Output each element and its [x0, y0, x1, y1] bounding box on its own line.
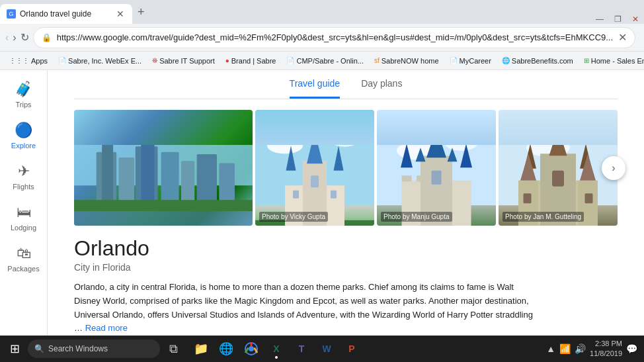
svg-rect-6 — [141, 145, 154, 203]
home-sales-icon: ⊞ — [584, 57, 589, 64]
sabre-it-icon: ❊ — [152, 57, 157, 64]
bookmark-sabre-it[interactable]: ❊ Sabre IT Support — [148, 56, 219, 66]
bookmark-apps-label: Apps — [31, 57, 48, 65]
cmp-icon: 📄 — [286, 57, 294, 64]
svg-rect-3 — [102, 145, 113, 203]
bookmark-mycareer[interactable]: 📄 MyCareer — [446, 56, 495, 66]
taskbar-teams[interactable]: T — [290, 337, 313, 361]
sidebar-explore-label: Explore — [11, 142, 36, 150]
new-tab-button[interactable]: + — [132, 5, 150, 19]
svg-rect-12 — [74, 211, 253, 226]
taskbar-system-tray: ▲ 📶 🔊 2:38 PM 11/8/2019 💬 — [546, 339, 641, 359]
explore-icon: 🔵 — [15, 122, 32, 139]
city-skyline-svg — [74, 145, 253, 226]
taskbar-edge[interactable]: 🌐 — [214, 337, 238, 361]
back-button[interactable]: ‹ — [5, 28, 9, 47]
packages-icon: 🛍 — [17, 245, 31, 262]
taskbar-search-placeholder: Search Windows — [48, 344, 108, 353]
bookmark-brand-sabre[interactable]: ● Brand | Sabre — [221, 56, 280, 66]
bookmark-sabre-benefits[interactable]: 🌐 SabreBenefits.com — [498, 56, 577, 66]
svg-rect-8 — [181, 161, 194, 202]
close-window-button[interactable]: ✕ — [632, 15, 639, 24]
taskbar-powerpoint[interactable]: P — [340, 337, 364, 361]
bookmark-mycareer-label: MyCareer — [460, 57, 491, 65]
task-view-button[interactable]: ⧉ — [161, 337, 185, 361]
taskbar-search-icon: 🔍 — [34, 344, 44, 353]
clock[interactable]: 2:38 PM 11/8/2019 — [590, 339, 622, 359]
svg-rect-54 — [585, 193, 593, 203]
city-subtitle: City in Florida — [74, 262, 618, 273]
address-bar: ‹ › ↻ 🔒 https://www.google.com/travel/gu… — [0, 24, 644, 52]
sidebar-item-flights[interactable]: ✈ Flights — [3, 158, 45, 196]
sabre-webex-icon: 📄 — [58, 57, 66, 64]
mycareer-icon: 📄 — [450, 57, 458, 64]
taskbar-file-explorer[interactable]: 📁 — [189, 337, 213, 361]
volume-icon[interactable]: 🔊 — [575, 343, 586, 354]
notification-icon[interactable]: 💬 — [626, 343, 637, 354]
bookmark-cmp-label: CMP/Sabre - Onlin... — [296, 57, 363, 65]
flights-icon: ✈ — [18, 163, 30, 180]
tab-close-button[interactable]: ✕ — [115, 9, 126, 19]
url-clear-button[interactable]: ✕ — [618, 31, 627, 44]
page-content: Travel guide Day plans — [48, 70, 644, 349]
bookmark-cmp[interactable]: 📄 CMP/Sabre - Onlin... — [282, 56, 367, 66]
city-section: Orlando City in Florida Orlando, a city … — [48, 226, 644, 336]
svg-point-56 — [249, 346, 254, 351]
maximize-button[interactable]: ❐ — [614, 15, 622, 24]
taskbar-search[interactable]: 🔍 Search Windows — [28, 339, 160, 358]
svg-rect-9 — [197, 154, 217, 203]
system-icons: ▲ — [546, 343, 555, 354]
photo-castle1[interactable]: Photo by Vicky Gupta — [255, 110, 374, 226]
time-display: 2:38 PM — [590, 339, 622, 349]
photo-castle3[interactable]: Photo by Jan M. Gutteling — [499, 110, 618, 226]
tab-day-plans[interactable]: Day plans — [361, 78, 402, 99]
sidebar: 🧳 Trips 🔵 Explore ✈ Flights 🛏 Lodging 🛍 — [0, 70, 48, 349]
photo-city[interactable] — [74, 110, 253, 226]
svg-rect-10 — [219, 163, 235, 202]
bookmark-sabrenow[interactable]: sf SabreNOW home — [370, 56, 443, 66]
bookmark-brand-sabre-label: Brand | Sabre — [231, 57, 276, 65]
svg-rect-11 — [74, 200, 253, 211]
network-icon[interactable]: 📶 — [559, 343, 571, 354]
photo-gallery: Photo by Vicky Gupta — [74, 110, 618, 226]
bookmark-sabre-webex-label: Sabre, Inc. WebEx E... — [68, 57, 141, 65]
minimize-button[interactable]: — — [596, 15, 604, 24]
sidebar-item-explore[interactable]: 🔵 Explore — [3, 116, 45, 155]
svg-rect-27 — [344, 220, 374, 226]
star-bookmark-button[interactable]: ☆ — [639, 28, 644, 47]
taskbar-chrome[interactable] — [239, 337, 263, 361]
sidebar-item-packages[interactable]: 🛍 Packages — [3, 240, 45, 278]
tab-favicon: G — [7, 9, 16, 19]
tab-travel-guide[interactable]: Travel guide — [290, 78, 341, 99]
taskbar-word[interactable]: W — [315, 337, 339, 361]
toolbar-icons: ☆ 🧩 ⋮⋮⋮ J ⋮ — [639, 28, 644, 47]
browser-frame: G Orlando travel guide ✕ + — ❐ ✕ ‹ › ↻ 🔒… — [0, 0, 644, 362]
forward-button[interactable]: › — [13, 28, 16, 47]
city-name: Orlando — [74, 236, 618, 261]
bookmark-home-sales[interactable]: ⊞ Home - Sales Enabl... — [580, 56, 644, 66]
trips-icon: 🧳 — [15, 81, 32, 98]
url-text: https://www.google.com/travel/guide?dest… — [57, 32, 613, 42]
start-button[interactable]: ⊞ — [3, 337, 26, 361]
gallery-next-button[interactable]: › — [602, 156, 625, 180]
bookmark-sabre-webex[interactable]: 📄 Sabre, Inc. WebEx E... — [54, 56, 145, 66]
sidebar-item-lodging[interactable]: 🛏 Lodging — [3, 199, 45, 237]
window-controls: — ❐ ✕ — [596, 15, 644, 24]
taskbar: ⊞ 🔍 Search Windows ⧉ 📁 🌐 X T W P ▲ 📶 🔊 2… — [0, 336, 644, 362]
read-more-link[interactable]: Read more — [85, 323, 128, 333]
lodging-icon: 🛏 — [17, 204, 31, 221]
refresh-button[interactable]: ↻ — [20, 28, 29, 47]
tab-bar: G Orlando travel guide ✕ + — ❐ ✕ — [0, 0, 644, 24]
sidebar-item-trips[interactable]: 🧳 Trips — [3, 75, 45, 114]
active-tab[interactable]: G Orlando travel guide ✕ — [0, 4, 132, 24]
svg-rect-24 — [293, 190, 299, 198]
apps-bookmark-icon: ⋮⋮⋮ — [9, 57, 29, 64]
photo-castle2[interactable]: Photo by Manju Gupta — [377, 110, 496, 226]
url-input[interactable]: 🔒 https://www.google.com/travel/guide?de… — [33, 27, 635, 48]
svg-rect-25 — [331, 190, 337, 198]
content-area: 🧳 Trips 🔵 Explore ✈ Flights 🛏 Lodging 🛍 — [0, 70, 644, 349]
date-display: 11/8/2019 — [590, 349, 622, 359]
bookmark-apps[interactable]: ⋮⋮⋮ Apps — [5, 56, 52, 66]
taskbar-excel[interactable]: X — [264, 337, 288, 361]
bookmark-sabrenow-label: SabreNOW home — [382, 57, 439, 65]
